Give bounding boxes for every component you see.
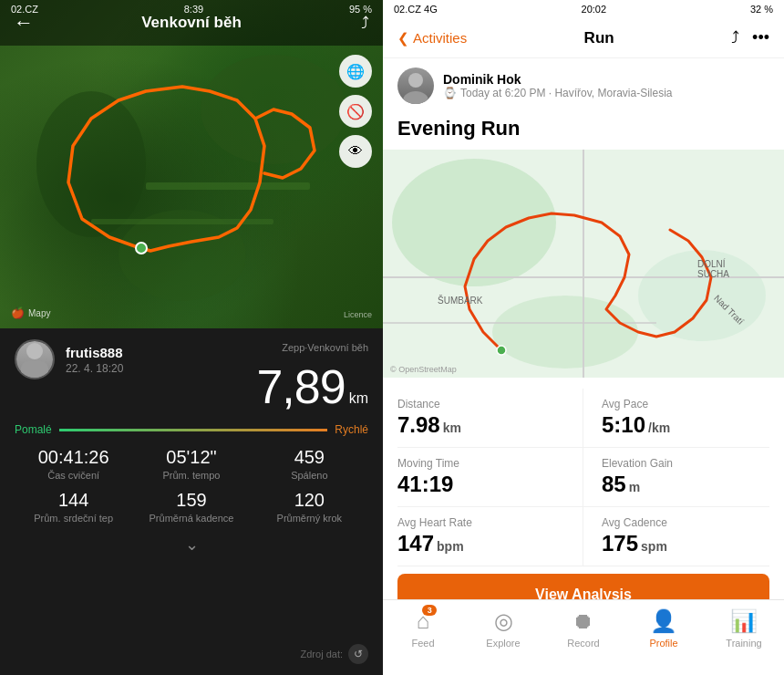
avatar-right [397, 68, 434, 104]
pace-slow-label: Pomalé [15, 423, 52, 436]
map-controls: 🌐 🚫 👁 [339, 55, 372, 168]
heart-rate-value: 147bpm [397, 531, 564, 556]
profile-icon: 👤 [650, 608, 677, 634]
nav-profile[interactable]: 👤 Profile [636, 608, 691, 649]
avatar-image-right [397, 68, 434, 104]
pace-fast-label: Rychlé [335, 423, 368, 436]
right-header: ❮ Activities Run ⤴ ••• [383, 18, 784, 58]
stats-row-2: 144 Prům. srdeční tep 159 Průměrná kaden… [15, 490, 368, 524]
stat-exercise-time: 00:41:26 Čas cvičení [15, 447, 132, 481]
source-icon: ↺ [348, 644, 368, 664]
elevation-label: Elevation Gain [602, 457, 769, 470]
stat-label-hr: Prům. srdeční tep [15, 513, 132, 524]
battery-left: 95 % [349, 4, 372, 15]
stat-cadence: 159 Průměrná kadence [132, 490, 250, 524]
avg-pace-value: 5:10/km [602, 412, 769, 438]
source-text: Zdroj dat: [301, 649, 343, 659]
stat-cell-avg-pace: Avg Pace 5:10/km [583, 389, 769, 448]
map-credit-right: © OpenStreetMap [390, 365, 457, 374]
explore-label: Explore [486, 638, 520, 649]
back-activities-button[interactable]: ❮ Activities [397, 30, 467, 47]
right-stats: Distance 7.98km Avg Pace 5:10/km Moving … [383, 378, 784, 599]
stat-cell-elevation: Elevation Gain 85m [583, 448, 769, 507]
stat-label-cadence: Průměrná kadence [132, 513, 250, 524]
time-left: 8:39 [184, 4, 203, 15]
more-button[interactable]: ••• [752, 28, 769, 47]
stat-calories: 459 Spáleno [251, 447, 368, 481]
right-user-sub: ⌚ Today at 6:20 PM · Havířov, Moravia-Si… [443, 87, 673, 99]
moving-time-label: Moving Time [397, 457, 564, 470]
chevron-down-icon: ⌄ [185, 535, 199, 555]
layer-button[interactable]: 🚫 [339, 95, 372, 128]
stat-value-pace: 05'12" [132, 447, 250, 468]
stat-cell-moving-time: Moving Time 41:19 [397, 448, 583, 507]
nav-explore[interactable]: ◎ Explore [476, 608, 531, 649]
license-text: Licence [344, 310, 372, 319]
battery-right: 32 % [750, 4, 773, 15]
stat-cell-heart-rate: Avg Heart Rate 147bpm [397, 507, 583, 566]
right-user-text: Dominik Hok ⌚ Today at 6:20 PM · Havířov… [443, 72, 673, 99]
stat-label-pace: Prům. tempo [132, 470, 250, 481]
route-svg-right [383, 150, 784, 378]
stat-heart-rate: 144 Prům. srdeční tep [15, 490, 132, 524]
stat-label-stride: Průměrný krok [251, 513, 368, 524]
nav-feed[interactable]: ⌂ 3 Feed [396, 608, 450, 649]
user-info-row: Dominik Hok ⌚ Today at 6:20 PM · Havířov… [383, 58, 784, 113]
svg-point-5 [408, 73, 423, 88]
record-icon: ⏺ [573, 608, 594, 634]
cadence-label: Avg Cadence [602, 516, 769, 529]
moving-time-value: 41:19 [397, 472, 564, 497]
distance-value-left: 7,89 [256, 359, 345, 414]
stat-cell-cadence: Avg Cadence 175spm [583, 507, 769, 566]
elevation-value: 85m [602, 472, 769, 497]
time-right: 20:02 [582, 4, 607, 15]
stats-row-1: 00:41:26 Čas cvičení 05'12" Prům. tempo … [15, 447, 368, 481]
profile-label: Profile [649, 638, 677, 649]
stat-value-calories: 459 [251, 447, 368, 468]
stat-value-cadence: 159 [132, 490, 250, 511]
svg-point-14 [497, 346, 506, 355]
nav-record[interactable]: ⏺ Record [556, 608, 611, 649]
stat-cell-distance: Distance 7.98km [397, 389, 583, 448]
distance-value-right: 7.98km [397, 412, 564, 438]
user-location-time: Today at 6:20 PM · Havířov, Moravia-Sile… [460, 87, 673, 99]
share-button-right[interactable]: ⤴ [731, 28, 739, 47]
map-left: 🌐 🚫 👁 🍎 Mapy Licence [0, 0, 383, 328]
feed-label: Feed [411, 638, 434, 649]
nav-training[interactable]: 📊 Training [717, 608, 771, 649]
view-analysis-button[interactable]: View Analysis [397, 574, 769, 599]
username-left: frutis888 [66, 345, 123, 360]
svg-point-9 [638, 250, 766, 341]
avg-pace-label: Avg Pace [602, 398, 769, 410]
cadence-value: 175spm [602, 531, 769, 556]
stat-value-hr: 144 [15, 490, 132, 511]
record-label: Record [567, 638, 599, 649]
svg-point-1 [36, 91, 146, 237]
distance-unit-left: km [349, 390, 368, 407]
map-right: ŠUMBARK DOLNÍSUCHA Nad Tratí © OpenStree… [383, 150, 784, 378]
stats-grid: Distance 7.98km Avg Pace 5:10/km Moving … [397, 389, 769, 566]
globe-button[interactable]: 🌐 [339, 55, 372, 88]
header-actions: ⤴ ••• [731, 28, 769, 47]
carrier-right: 02.CZ 4G [394, 4, 438, 15]
eye-button[interactable]: 👁 [339, 135, 372, 168]
pace-bar: Pomalé Rychlé [15, 423, 368, 436]
training-label: Training [726, 638, 761, 649]
status-bar-left: 02.CZ 8:39 95 % [0, 0, 383, 18]
expand-button[interactable]: ⌄ [15, 535, 368, 555]
stat-label-calories: Spáleno [251, 470, 368, 481]
svg-rect-4 [91, 219, 273, 224]
map-watermark: 🍎 Mapy [11, 306, 50, 319]
svg-point-8 [392, 159, 556, 286]
stat-value-stride: 120 [251, 490, 368, 511]
start-marker [135, 242, 148, 254]
svg-point-6 [403, 91, 428, 104]
training-icon: 📊 [730, 608, 758, 634]
map-brand: Mapy [28, 308, 50, 318]
pace-track [59, 429, 328, 431]
stat-value-time: 00:41:26 [15, 447, 132, 468]
feed-badge: 3 [422, 605, 437, 616]
carrier-left: 02.CZ [11, 4, 38, 15]
right-panel: 02.CZ 4G 20:02 32 % ❮ Activities Run ⤴ •… [383, 0, 784, 675]
stat-avg-pace: 05'12" Prům. tempo [132, 447, 250, 481]
